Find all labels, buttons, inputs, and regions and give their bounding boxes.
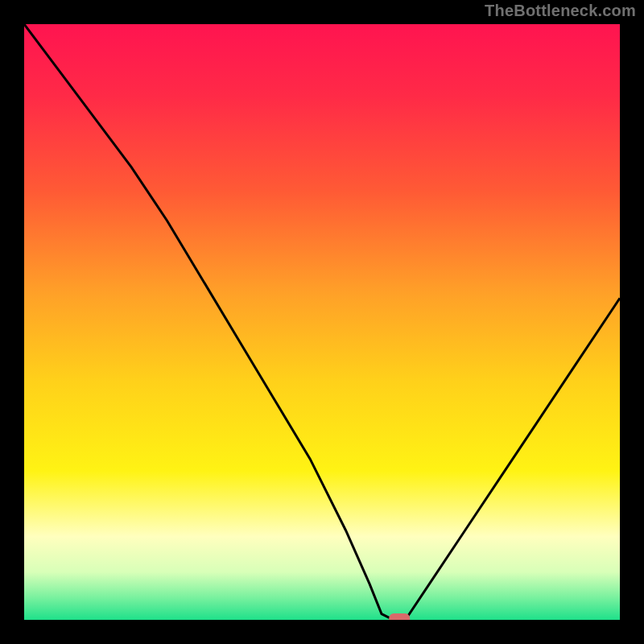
- bottleneck-plot: [24, 24, 620, 620]
- optimal-marker: [389, 613, 410, 620]
- plot-svg: [24, 24, 620, 620]
- gradient-background: [24, 24, 620, 620]
- chart-frame: TheBottleneck.com: [0, 0, 644, 644]
- watermark-text: TheBottleneck.com: [485, 2, 636, 20]
